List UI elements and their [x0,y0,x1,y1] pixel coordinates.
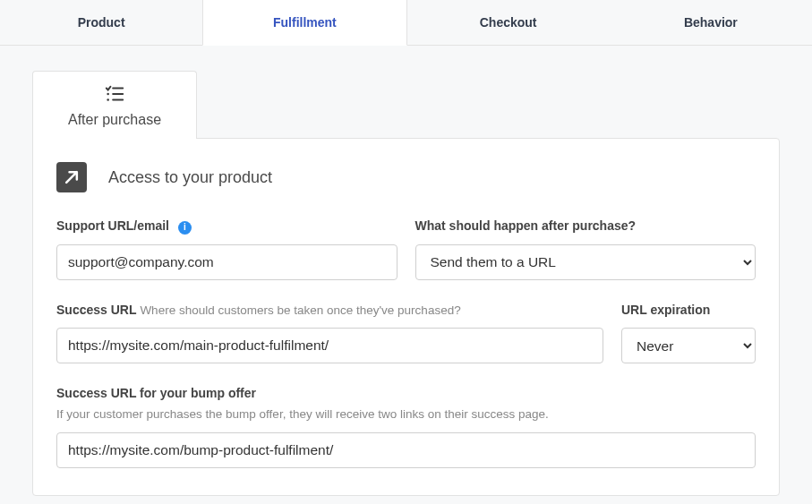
success-url-input[interactable] [56,328,603,363]
top-tabs: Product Fulfillment Checkout Behavior [0,0,812,46]
external-arrow-icon [56,162,87,192]
bump-success-label: Success URL for your bump offer [56,386,256,400]
support-input[interactable] [56,244,397,280]
tab-product[interactable]: Product [0,0,202,46]
tab-checkout[interactable]: Checkout [407,0,610,46]
after-action-label: What should happen after purchase? [415,218,637,233]
fulfillment-panel: Access to your product Support URL/email… [32,138,780,496]
after-action-select[interactable]: Send them to a URL [415,244,756,280]
success-url-label: Success URL [56,303,136,317]
url-expiration-select[interactable]: Never [621,328,756,363]
svg-point-1 [107,93,109,96]
tab-behavior[interactable]: Behavior [610,0,812,46]
bump-success-input[interactable] [56,432,756,468]
section-title: Access to your product [108,168,272,187]
support-label: Support URL/email [56,218,169,233]
subtab-after-purchase[interactable]: After purchase [32,71,197,139]
success-url-hint: Where should customers be taken once the… [140,303,460,317]
svg-point-3 [107,98,109,101]
bump-success-hint: If your customer purchases the bump offe… [56,406,756,423]
info-icon[interactable]: i [178,221,192,235]
tab-fulfillment[interactable]: Fulfillment [202,0,406,46]
checklist-icon [42,84,187,107]
subtab-label: After purchase [42,112,187,128]
url-expiration-label: URL expiration [621,303,710,317]
